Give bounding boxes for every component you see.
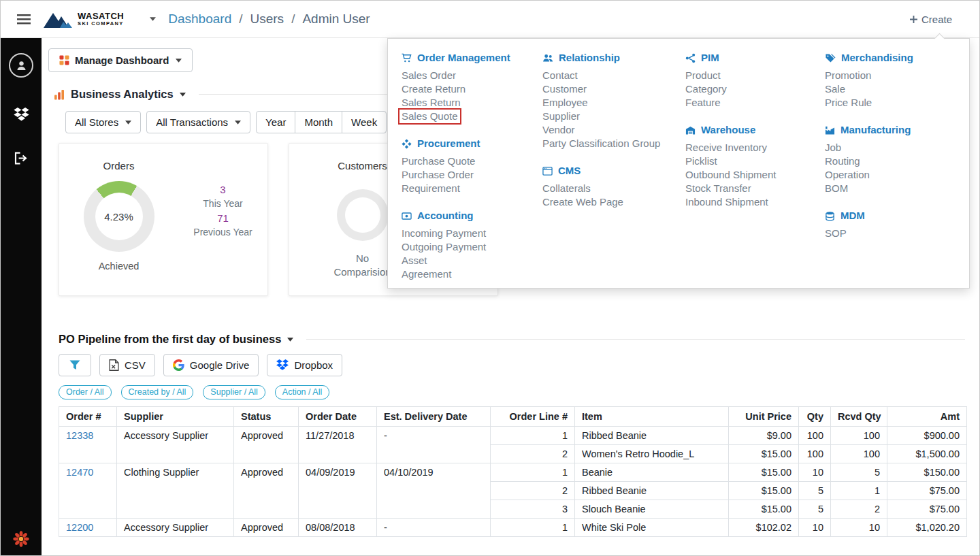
create-menu-section-title: Accounting <box>417 209 474 223</box>
create-menu-item[interactable]: Purchase Order <box>402 168 542 182</box>
create-menu-item[interactable]: Agreement <box>402 267 542 281</box>
cell: $15.00 <box>729 482 799 500</box>
company-switcher-caret-icon[interactable] <box>150 17 156 21</box>
create-menu-item[interactable]: Asset <box>402 254 542 267</box>
create-menu-item[interactable]: Supplier <box>542 110 685 123</box>
create-menu-item[interactable]: Routing <box>825 154 966 168</box>
dropbox-button[interactable]: Dropbox <box>267 354 342 376</box>
column-header: Qty <box>799 407 831 427</box>
google-drive-button[interactable]: Google Drive <box>163 354 259 376</box>
create-menu-item[interactable]: SOP <box>825 227 966 240</box>
create-menu-section-header: Order Management <box>402 51 542 65</box>
avatar[interactable] <box>9 53 33 78</box>
cell: 2 <box>491 482 575 500</box>
po-pipeline-header: PO Pipeline from the first day of busine… <box>59 333 965 346</box>
create-menu-item[interactable]: Job <box>825 141 966 154</box>
create-menu-item[interactable]: Requirement <box>402 182 542 195</box>
create-menu-column: MerchandisingPromotionSalePrice RuleManu… <box>825 51 966 288</box>
create-menu-item[interactable]: Operation <box>825 168 966 182</box>
csv-export-button[interactable]: CSV <box>99 354 155 376</box>
cell: - <box>377 427 491 463</box>
order-link[interactable]: 12200 <box>66 522 93 533</box>
column-header: Status <box>234 407 299 427</box>
create-menu-item[interactable]: Sales Quote <box>402 110 542 123</box>
create-menu-item[interactable]: Sales Order <box>402 69 542 82</box>
breadcrumb-dashboard[interactable]: Dashboard <box>168 12 231 27</box>
create-menu-item[interactable]: Create Return <box>402 82 542 96</box>
create-menu-section-title: CMS <box>558 164 581 178</box>
create-menu-item[interactable]: Incoming Payment <box>402 227 542 240</box>
dropbox-sidebar-icon[interactable] <box>14 108 29 122</box>
cell: Ribbed Beanie <box>575 482 729 500</box>
filter-chip[interactable]: Action / All <box>275 385 329 399</box>
logout-icon[interactable] <box>14 152 29 165</box>
create-menu-item[interactable]: Picklist <box>685 154 825 168</box>
create-menu-item[interactable]: Category <box>685 82 825 96</box>
filter-button[interactable] <box>59 354 91 376</box>
all-stores-filter[interactable]: All Stores <box>65 111 141 133</box>
create-button[interactable]: Create <box>910 14 952 25</box>
create-menu-section: MDMSOP <box>825 209 966 240</box>
cell: Beanie <box>575 463 729 482</box>
create-menu-section-header: PIM <box>685 51 825 65</box>
create-menu-item[interactable]: Create Web Page <box>542 195 685 209</box>
all-transactions-filter[interactable]: All Transactions <box>146 111 250 133</box>
create-menu-item[interactable]: Promotion <box>825 69 966 82</box>
caret-down-icon[interactable] <box>180 93 186 97</box>
create-menu-item[interactable]: Outbound Shipment <box>685 168 825 182</box>
create-menu-item[interactable]: Contact <box>542 69 685 82</box>
create-menu-item[interactable]: Inbound Shipment <box>685 195 825 209</box>
create-menu-item[interactable]: Party Classification Group <box>542 137 685 150</box>
create-menu-item[interactable]: Customer <box>542 82 685 96</box>
create-menu-item[interactable]: Employee <box>542 96 685 110</box>
range-year-button[interactable]: Year <box>256 111 295 133</box>
company-logo: WASATCH SKI COMPANY <box>43 10 124 29</box>
create-menu-item[interactable]: BOM <box>825 182 966 195</box>
manage-dashboard-button[interactable]: Manage Dashboard <box>48 48 193 72</box>
create-menu-item[interactable]: Product <box>685 69 825 82</box>
breadcrumb-users[interactable]: Users <box>250 12 284 27</box>
cell: $9.00 <box>729 427 799 445</box>
create-menu-item[interactable]: Price Rule <box>825 96 966 110</box>
po-pipeline-table: Order #SupplierStatusOrder DateEst. Deli… <box>59 406 967 537</box>
filter-chip[interactable]: Order / All <box>59 385 112 399</box>
create-menu-item[interactable]: Outgoing Payment <box>402 240 542 254</box>
order-link[interactable]: 12338 <box>66 430 93 441</box>
create-menu-item[interactable]: Receive Inventory <box>685 141 825 154</box>
create-menu-item[interactable]: Vendor <box>542 123 685 137</box>
create-menu-section: ManufacturingJobRoutingOperationBOM <box>825 123 966 195</box>
caret-down-icon[interactable] <box>287 338 293 342</box>
breadcrumb-separator: / <box>291 12 295 27</box>
order-link[interactable]: 12470 <box>66 467 93 478</box>
create-menu-item[interactable]: Feature <box>685 96 825 110</box>
mountain-logo-icon <box>43 10 73 29</box>
filter-chip[interactable]: Created by / All <box>121 385 194 399</box>
cell: 04/09/2019 <box>299 463 377 519</box>
create-menu-section-title: PIM <box>701 51 719 65</box>
logo-line2: SKI COMPANY <box>78 21 124 27</box>
chips-row: Order / AllCreated by / AllSupplier / Al… <box>59 385 979 399</box>
create-menu-section-title: Relationship <box>559 51 620 65</box>
range-button-group: Year Month Week <box>256 111 387 133</box>
cell: $75.00 <box>887 500 967 519</box>
range-week-button[interactable]: Week <box>342 111 387 133</box>
filter-chip[interactable]: Supplier / All <box>203 385 265 399</box>
cell: 10 <box>799 463 831 482</box>
create-menu-section-title: Manufacturing <box>840 123 911 137</box>
cell: Approved <box>234 427 299 463</box>
create-menu-item[interactable]: Sales Return <box>402 96 542 110</box>
create-menu-item[interactable]: Sale <box>825 82 966 96</box>
create-menu-item[interactable]: Collaterals <box>542 182 685 195</box>
flower-icon[interactable] <box>13 531 29 547</box>
create-menu-item[interactable]: Stock Transfer <box>685 182 825 195</box>
section-title: Business Analytics <box>71 88 174 101</box>
dropbox-icon <box>276 359 289 371</box>
cell: 10 <box>799 519 831 537</box>
range-month-button[interactable]: Month <box>295 111 342 133</box>
cell: 2 <box>491 445 575 463</box>
create-menu-item[interactable]: Purchase Quote <box>402 154 542 168</box>
create-menu-section-title: Procurement <box>417 137 480 150</box>
create-menu-section-header: Merchandising <box>825 51 966 65</box>
cell: 11/27/2018 <box>299 427 377 463</box>
hamburger-menu-icon[interactable] <box>17 14 31 24</box>
